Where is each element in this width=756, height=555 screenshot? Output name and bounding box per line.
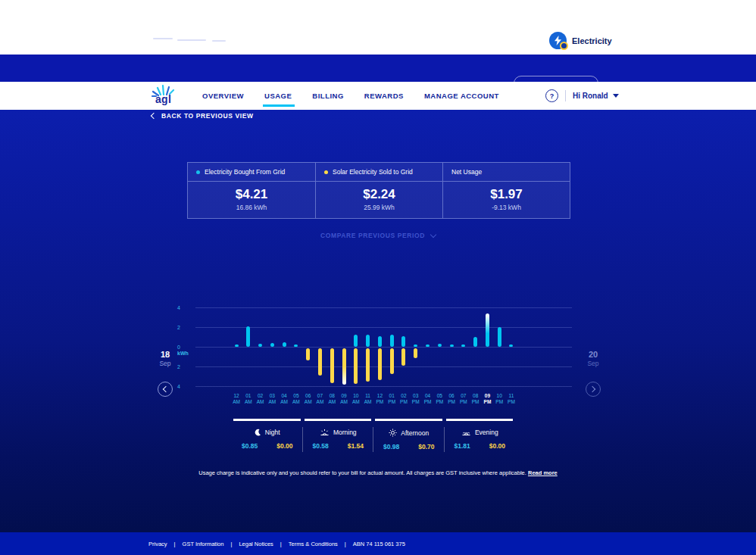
bar-sold-12pm[interactable] (378, 348, 382, 380)
chevron-left-icon (163, 386, 169, 392)
nav-billing[interactable]: BILLING (312, 92, 344, 100)
prev-month: Sep (154, 360, 177, 367)
primary-nav: OVERVIEW USAGE BILLING REWARDS MANAGE AC… (202, 82, 499, 110)
account-menu[interactable]: Hi Ronald (573, 92, 619, 100)
navbar: agl OVERVIEW USAGE BILLING REWARDS MANAG… (0, 82, 756, 110)
prev-day-button[interactable] (158, 382, 173, 397)
bar-bought-10pm[interactable] (498, 327, 501, 347)
card-bought: Electricity Bought From Grid $4.21 16.86… (188, 163, 315, 218)
footer-separator: | (345, 541, 346, 547)
back-link-label: BACK TO PREVIOUS VIEW (161, 112, 254, 120)
compare-previous-period[interactable]: COMPARE PREVIOUS PERIOD (320, 232, 436, 239)
card-net: Net Usage $1.97 -9.13 kWh (442, 163, 570, 218)
bar-bought-01am[interactable] (246, 326, 250, 347)
evening-bought: $1.81 (455, 442, 470, 450)
footer-links: Privacy | GST Information | Legal Notice… (148, 541, 405, 547)
gridline (195, 386, 572, 387)
nav-rewards[interactable]: REWARDS (364, 92, 404, 100)
bar-bought-08pm[interactable] (473, 337, 477, 347)
card-net-amount: $1.97 (443, 187, 570, 202)
next-month: Sep (582, 360, 604, 367)
product-switcher[interactable]: Electricity (549, 32, 612, 49)
footer-legal-notices[interactable]: Legal Notices (239, 541, 273, 547)
bar-bought-12am[interactable] (235, 345, 239, 347)
bar-bought-03am[interactable] (270, 343, 274, 347)
partial-pill-button[interactable] (514, 76, 598, 82)
next-day-button[interactable] (586, 382, 601, 397)
gridline (195, 347, 572, 348)
bar-sold-06am[interactable] (306, 348, 310, 360)
nav-usage[interactable]: USAGE (264, 92, 292, 100)
bought-dot-icon (196, 170, 200, 174)
nav-overview[interactable]: OVERVIEW (202, 92, 244, 100)
electricity-badge-dot (560, 42, 568, 50)
read-more-link[interactable]: Read more (528, 469, 558, 476)
chevron-down-icon (430, 231, 436, 237)
gridline (195, 307, 572, 308)
bar-bought-02pm[interactable] (401, 336, 405, 347)
chevron-down-icon (613, 94, 619, 98)
bar-sold-09am[interactable] (342, 348, 346, 385)
sunrise-icon (320, 429, 330, 436)
footer-separator: | (174, 541, 176, 547)
top-strip: Electricity (0, 0, 756, 55)
agl-logo[interactable]: agl (151, 84, 177, 108)
sun-icon (389, 429, 397, 437)
period-evening-label: Evening (475, 429, 498, 436)
bar-sold-03pm[interactable] (414, 348, 417, 358)
bar-bought-01pm[interactable] (390, 335, 394, 347)
gridline (195, 366, 572, 367)
nav-divider (565, 90, 566, 101)
disclaimer: Usage charge is indicative only and you … (0, 469, 756, 476)
agl-logo-text: agl (155, 93, 171, 105)
card-sold-amount: $2.24 (316, 187, 442, 202)
bar-bought-10am[interactable] (354, 335, 358, 347)
afternoon-bought: $0.98 (383, 443, 399, 451)
chevron-left-icon (151, 113, 157, 119)
y-axis-tick: 4 (177, 305, 191, 310)
y-axis-tick: 4 (177, 384, 191, 389)
card-net-energy: -9.13 kWh (443, 204, 570, 211)
compare-label: COMPARE PREVIOUS PERIOD (320, 232, 425, 239)
bar-bought-06pm[interactable] (450, 345, 454, 347)
bar-bought-03pm[interactable] (414, 345, 417, 347)
chart-plot: 42024kWh12AM01AM02AM03AM04AM05AM06AM07AM… (195, 301, 572, 411)
card-bought-amount: $4.21 (188, 187, 315, 202)
card-sold-energy: 25.99 kWh (316, 204, 442, 211)
gridline (195, 327, 572, 328)
bar-sold-10am[interactable] (354, 348, 358, 384)
header-blue-band (0, 55, 756, 82)
next-day: 20 (582, 350, 604, 359)
period-night: Night $0.85 $0.00 (232, 419, 303, 451)
footer-privacy[interactable]: Privacy (148, 541, 167, 547)
disclaimer-text: Usage charge is indicative only and you … (198, 469, 526, 476)
footer: Privacy | GST Information | Legal Notice… (0, 532, 756, 555)
period-afternoon: Afternoon $0.98 $0.70 (373, 419, 445, 451)
bar-bought-02am[interactable] (258, 344, 262, 347)
bar-bought-05pm[interactable] (438, 344, 442, 347)
y-axis-tick: 2 (177, 325, 191, 330)
bar-bought-04am[interactable] (283, 342, 286, 347)
bar-sold-01pm[interactable] (390, 348, 394, 374)
footer-separator: | (230, 541, 232, 547)
sold-dot-icon (324, 170, 328, 174)
card-net-label: Net Usage (451, 168, 482, 176)
bar-bought-09pm[interactable] (486, 313, 489, 347)
bar-sold-02pm[interactable] (401, 348, 405, 366)
bar-bought-11am[interactable] (366, 335, 370, 347)
nav-manage-account[interactable]: MANAGE ACCOUNT (424, 92, 499, 100)
period-morning: Morning $0.58 $1.54 (303, 419, 374, 451)
bar-sold-08am[interactable] (330, 348, 334, 383)
bar-sold-11am[interactable] (366, 348, 370, 382)
period-summary: Night $0.85 $0.00 Morning (232, 419, 515, 451)
footer-gst-information[interactable]: GST Information (183, 541, 224, 547)
bar-sold-07am[interactable] (318, 348, 322, 376)
help-icon[interactable]: ? (545, 89, 558, 102)
bar-bought-04pm[interactable] (426, 345, 430, 347)
period-night-label: Night (265, 429, 280, 436)
usage-summary-cards: Electricity Bought From Grid $4.21 16.86… (187, 162, 570, 219)
morning-sold: $1.54 (348, 442, 364, 450)
bar-bought-12pm[interactable] (378, 336, 382, 347)
footer-terms-conditions[interactable]: Terms & Conditions (289, 541, 338, 547)
back-to-previous-view[interactable]: BACK TO PREVIOUS VIEW (152, 112, 254, 120)
